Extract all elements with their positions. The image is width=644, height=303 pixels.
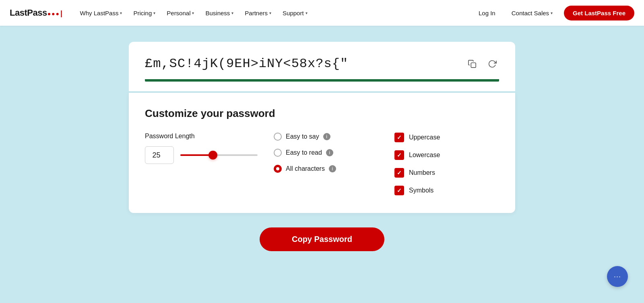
length-input[interactable] — [145, 146, 174, 164]
chevron-down-icon: ▾ — [153, 11, 155, 15]
password-action-buttons — [465, 57, 499, 71]
nav-actions: Log In Contact Sales ▾ Get LastPass Free — [474, 6, 634, 20]
chat-bubble[interactable]: ··· — [607, 266, 628, 287]
lowercase-label: Lowercase — [409, 152, 440, 159]
slider-fill — [180, 154, 213, 156]
nav-item-pricing[interactable]: Pricing ▾ — [128, 6, 160, 20]
all-characters-info-icon[interactable]: i — [329, 165, 336, 172]
nav-items: Why LastPass ▾ Pricing ▾ Personal ▾ Busi… — [75, 6, 474, 20]
navbar: LastPass●●●| Why LastPass ▾ Pricing ▾ Pe… — [0, 0, 644, 26]
symbols-checkbox[interactable]: ✓ — [394, 186, 404, 195]
chevron-down-icon: ▾ — [305, 11, 308, 15]
checkbox-numbers-row: ✓ Numbers — [394, 168, 499, 178]
nav-label-support: Support — [283, 10, 304, 16]
radio-easy-to-read[interactable]: Easy to read i — [274, 149, 370, 157]
chartype-section: Easy to say i Easy to read i All charact… — [258, 133, 370, 173]
numbers-checkbox[interactable]: ✓ — [394, 168, 404, 178]
checkmark-icon: ✓ — [397, 134, 402, 141]
contact-sales-link[interactable]: Contact Sales ▾ — [507, 6, 557, 20]
symbols-label: Symbols — [409, 187, 433, 194]
logo[interactable]: LastPass●●●| — [10, 8, 62, 18]
logo-text: LastPass●●●| — [10, 8, 62, 18]
length-section: Password Length — [145, 133, 258, 164]
uppercase-label: Uppercase — [409, 134, 440, 141]
nav-label-personal: Personal — [167, 10, 190, 16]
radio-easy-to-read-input[interactable] — [274, 149, 282, 157]
nav-item-personal[interactable]: Personal ▾ — [162, 6, 199, 20]
customize-title: Customize your password — [145, 107, 499, 120]
radio-all-characters-input[interactable] — [274, 165, 282, 173]
login-link[interactable]: Log In — [474, 6, 500, 20]
chevron-down-icon: ▾ — [192, 11, 194, 15]
refresh-icon — [488, 59, 497, 68]
radio-all-characters[interactable]: All characters i — [274, 165, 370, 173]
password-display-row: £m,SC!4jK(9EH>iNY<58x?s{" — [145, 56, 499, 71]
nav-label-business: Business — [205, 10, 230, 16]
lowercase-checkbox[interactable]: ✓ — [394, 150, 404, 160]
checkbox-symbols-row: ✓ Symbols — [394, 186, 499, 195]
main-content: £m,SC!4jK(9EH>iNY<58x?s{" Cust — [0, 26, 644, 275]
chat-icon: ··· — [614, 272, 621, 281]
generated-password: £m,SC!4jK(9EH>iNY<58x?s{" — [145, 56, 348, 71]
copy-icon-button[interactable] — [465, 57, 479, 71]
logo-bar: | — [60, 9, 62, 17]
chevron-down-icon: ▾ — [551, 11, 553, 15]
nav-item-business[interactable]: Business ▾ — [200, 6, 238, 20]
checkmark-icon: ✓ — [397, 187, 402, 194]
chevron-down-icon: ▾ — [269, 11, 271, 15]
strength-bar — [145, 79, 499, 82]
radio-easy-to-say-input[interactable] — [274, 133, 282, 141]
chevron-down-icon: ▾ — [120, 11, 122, 15]
easy-to-read-label: Easy to read — [286, 149, 322, 156]
all-characters-label: All characters — [286, 165, 325, 172]
nav-item-why[interactable]: Why LastPass ▾ — [75, 6, 127, 20]
svg-rect-0 — [471, 63, 476, 68]
length-label: Password Length — [145, 133, 258, 140]
customize-body: Password Length Easy to say i — [145, 133, 499, 195]
easy-to-say-info-icon[interactable]: i — [323, 133, 330, 140]
slider-track — [180, 154, 258, 156]
checkmark-icon: ✓ — [397, 152, 402, 158]
customize-card: Customize your password Password Length — [129, 93, 515, 213]
logo-dots: ●●● — [47, 10, 60, 17]
numbers-label: Numbers — [409, 169, 435, 176]
easy-to-say-label: Easy to say — [286, 133, 319, 140]
password-display-card: £m,SC!4jK(9EH>iNY<58x?s{" — [129, 42, 515, 91]
copy-icon — [468, 59, 477, 68]
checkbox-section: ✓ Uppercase ✓ Lowercase ✓ Numbers — [370, 133, 499, 195]
uppercase-checkbox[interactable]: ✓ — [394, 133, 404, 142]
nav-label-why: Why LastPass — [80, 10, 119, 16]
nav-item-support[interactable]: Support ▾ — [278, 6, 312, 20]
checkbox-lowercase-row: ✓ Lowercase — [394, 150, 499, 160]
nav-item-partners[interactable]: Partners ▾ — [240, 6, 276, 20]
checkmark-icon: ✓ — [397, 170, 402, 176]
easy-to-read-info-icon[interactable]: i — [326, 149, 333, 156]
refresh-icon-button[interactable] — [485, 57, 499, 71]
slider-thumb[interactable] — [208, 151, 217, 160]
chevron-down-icon: ▾ — [231, 11, 233, 15]
copy-password-button[interactable]: Copy Password — [260, 227, 384, 251]
checkbox-uppercase-row: ✓ Uppercase — [394, 133, 499, 142]
nav-label-pricing: Pricing — [133, 10, 152, 16]
radio-easy-to-say[interactable]: Easy to say i — [274, 133, 370, 141]
get-lastpass-free-button[interactable]: Get LastPass Free — [564, 6, 634, 20]
slider-container — [180, 151, 258, 159]
nav-label-partners: Partners — [245, 10, 268, 16]
length-row — [145, 146, 258, 164]
